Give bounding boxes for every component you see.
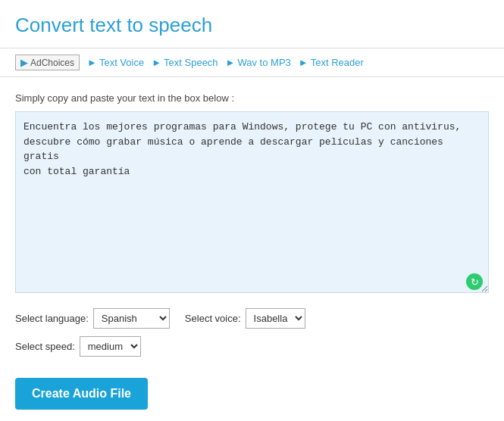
language-group: Select language: SpanishEnglishFrenchGer… [15,308,170,329]
text-input[interactable] [15,111,489,293]
nav-link-text-voice[interactable]: ► Text Voice [87,57,144,68]
nav-arrow-3: ► [226,57,236,68]
main-content: Simply copy and paste your text in the b… [0,77,504,421]
voice-select[interactable]: IsabellaDiegoElena [246,308,305,329]
voice-group: Select voice: IsabellaDiegoElena [185,308,305,329]
nav-link-text-reader[interactable]: ► Text Reader [299,57,364,68]
instruction-text: Simply copy and paste your text in the b… [15,92,489,104]
adchoices-badge[interactable]: ▶ AdChoices [15,55,80,70]
page-title: Convert text to speech [0,0,504,48]
adchoices-label: AdChoices [30,58,74,68]
speed-row: Select speed: slowmediumfast [15,336,489,357]
nav-link-wav-to-mp3[interactable]: ► Wav to MP3 [226,57,291,68]
nav-bar: ▶ AdChoices ► Text Voice ► Text Speech ►… [0,48,504,77]
refresh-icon[interactable]: ↻ [466,273,483,290]
nav-arrow-1: ► [87,57,97,68]
voice-label: Select voice: [185,313,241,324]
nav-label-wav-to-mp3: Wav to MP3 [237,57,290,68]
language-label: Select language: [15,313,89,324]
nav-link-text-speech[interactable]: ► Text Speech [152,57,218,68]
speed-select[interactable]: slowmediumfast [80,336,141,357]
nav-label-text-voice: Text Voice [99,57,144,68]
controls-row: Select language: SpanishEnglishFrenchGer… [15,308,489,329]
textarea-wrapper: ↻ [15,111,489,296]
adchoices-icon: ▶ [20,57,28,68]
nav-arrow-2: ► [152,57,161,68]
speed-label: Select speed: [15,341,75,352]
nav-arrow-4: ► [299,57,308,68]
nav-label-text-reader: Text Reader [311,57,364,68]
language-select[interactable]: SpanishEnglishFrenchGermanItalianPortugu… [93,308,170,329]
nav-label-text-speech: Text Speech [164,57,218,68]
create-audio-button[interactable]: Create Audio File [15,378,148,410]
